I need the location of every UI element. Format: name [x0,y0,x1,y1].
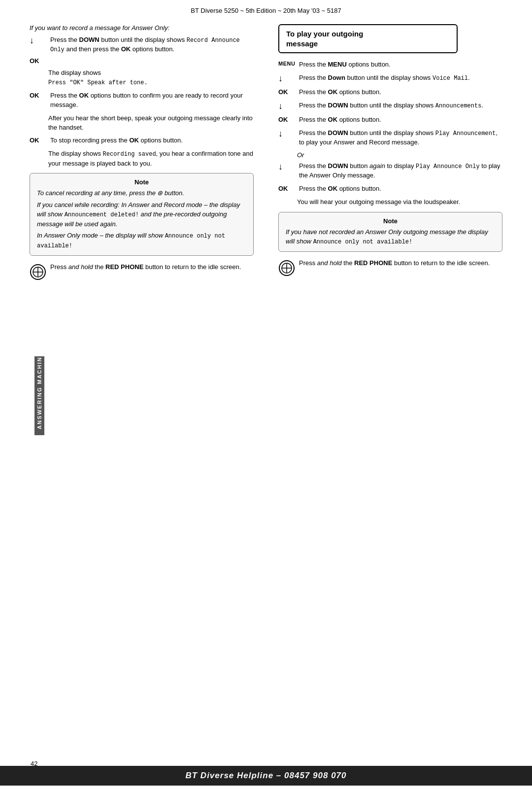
down-arrow-icon-r3: ↓ [278,129,297,139]
ok-label-r3: OK [278,184,297,192]
page-number: 42 [31,760,37,767]
right-heading-box: To play your outgoing message [278,24,458,53]
instr-text-ok3: To stop recording press the OK options b… [50,136,254,145]
instr-row-1: ↓ Press the DOWN button until the displa… [30,35,254,55]
right-note-title: Note [286,217,495,225]
right-bottom-phone-text: Press and hold the RED PHONE button to r… [299,259,502,268]
instr-row-r-ok1: OK Press the OK options button. [278,88,502,97]
instr-text-r-down1: Press the Down button until the display … [299,73,502,83]
instr-text-r-down4: Press the DOWN button again to display P… [299,162,502,180]
red-phone-icon-right [278,260,295,276]
left-bottom-phone-row: Press and hold the RED PHONE button to r… [30,263,254,280]
left-note-p1: To cancel recording at any time, press t… [37,189,246,198]
down-arrow-icon-r1: ↓ [278,73,297,84]
ok-label-2: OK [30,91,48,99]
recording-text: The display shows Recording saved, you h… [48,150,253,167]
page-header: BT Diverse 5250 ~ 5th Edition ~ 20th May… [0,0,532,19]
display-shows-text: The display showsPress "OK" Speak after … [48,69,148,86]
instr-plain-beep: After you hear the short beep, speak you… [48,114,254,133]
right-heading-line2: message [286,39,450,49]
left-note-p2: If you cancel while recording: In Answer… [37,201,246,229]
down-arrow-icon-1: ↓ [30,35,48,46]
instr-text-r-ok3: Press the OK options button. [299,184,502,194]
instr-row-down2: ↓ Press the DOWN button until the displa… [278,101,502,111]
left-italic-heading: If you want to record a message for Answ… [30,24,254,32]
instr-text-r-down2: Press the DOWN button until the display … [299,101,502,110]
instr-row-ok1: OK [30,57,254,65]
red-phone-icon-left [30,264,46,280]
side-label: ANSWERING MACHINE [34,356,44,435]
ok-label-r1: OK [278,88,297,96]
instr-text-1: Press the DOWN button until the display … [50,35,254,55]
instr-text-menu: Press the MENU options button. [299,60,502,69]
instr-text-r-down3: Press the DOWN button until the display … [299,129,502,147]
instr-plain-recording: The display shows Recording saved, you h… [48,149,254,168]
right-heading-line1: To play your outgoing [286,29,450,39]
footer-bar: BT Diverse Helpline – 08457 908 070 [0,766,532,786]
beep-text: After you hear the short beep, speak you… [48,114,253,131]
ok-label-1: OK [30,57,48,65]
or-text: Or [297,151,502,159]
instr-row-r-ok3: OK Press the OK options button. [278,184,502,194]
instr-text-ok2: Press the OK options button to confirm y… [50,91,254,110]
left-note-box: Note To cancel recording at any time, pr… [30,173,254,256]
right-note-p1: If you have not recorded an Answer Only … [286,228,495,246]
instr-row-down1: ↓ Press the Down button until the displa… [278,73,502,84]
right-column: To play your outgoing message MENU Press… [273,24,502,762]
down-arrow-icon-r2: ↓ [278,101,297,111]
left-note-title: Note [37,178,246,186]
loudspeaker-text: You will hear your outgoing message via … [297,198,460,206]
instr-row-ok3: OK To stop recording press the OK option… [30,136,254,145]
left-note-p3: In Answer Only mode – the display will s… [37,231,246,250]
instr-text-r-ok1: Press the OK options button. [299,88,502,97]
instr-row-menu: MENU Press the MENU options button. [278,60,502,69]
instr-row-ok2: OK Press the OK options button to confir… [30,91,254,110]
menu-label: MENU [278,60,297,67]
instr-row-r-ok2: OK Press the OK options button. [278,115,502,125]
instr-row-down3: ↓ Press the DOWN button until the displa… [278,129,502,147]
left-bottom-phone-text: Press and hold the RED PHONE button to r… [50,263,254,272]
ok-label-r2: OK [278,115,297,123]
left-column: If you want to record a message for Answ… [30,24,259,762]
instr-display-shows: The display showsPress "OK" Speak after … [48,69,254,87]
instr-plain-loudspeaker: You will hear your outgoing message via … [297,198,502,207]
right-bottom-phone-row: Press and hold the RED PHONE button to r… [278,259,502,276]
down-arrow-icon-r4: ↓ [278,162,297,172]
instr-text-r-ok2: Press the OK options button. [299,115,502,125]
instr-row-down4: ↓ Press the DOWN button again to display… [278,162,502,180]
ok-label-3: OK [30,136,48,144]
right-note-box: Note If you have not recorded an Answer … [278,212,502,252]
